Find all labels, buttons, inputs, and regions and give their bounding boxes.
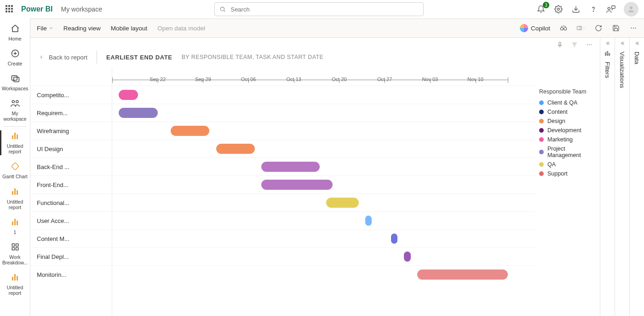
- search-input[interactable]: [230, 6, 419, 13]
- nav-home[interactable]: Home: [0, 20, 30, 45]
- menu-open-data-model: Open data model: [157, 25, 205, 32]
- expand-visualizations-icon[interactable]: [620, 41, 625, 46]
- legend-item[interactable]: QA: [539, 161, 600, 168]
- explore-button[interactable]: [559, 24, 568, 32]
- save-button[interactable]: [612, 24, 620, 32]
- legend-swatch: [539, 150, 544, 154]
- gantt-bar[interactable]: [261, 162, 320, 172]
- expand-filters-icon[interactable]: [605, 41, 610, 46]
- legend-item[interactable]: Client & QA: [539, 99, 600, 106]
- gantt-bar[interactable]: [391, 234, 397, 244]
- pin-visual-button[interactable]: [556, 41, 564, 49]
- left-nav: Home Create Workspaces My workspace Unt: [0, 18, 30, 316]
- copilot-button[interactable]: Copilot: [520, 24, 550, 32]
- axis-tick-label: Nov 10: [467, 76, 483, 82]
- nav-workspaces[interactable]: Workspaces: [0, 70, 30, 95]
- feedback-button[interactable]: [606, 5, 615, 14]
- svg-point-21: [564, 28, 567, 30]
- download-button[interactable]: [571, 5, 581, 14]
- legend-item[interactable]: Content: [539, 109, 600, 115]
- nav-report-1[interactable]: 1: [0, 214, 30, 239]
- binoculars-icon: [559, 24, 568, 32]
- legend-item[interactable]: Development: [539, 127, 600, 134]
- nav-create[interactable]: Create: [0, 45, 30, 70]
- gantt-chart[interactable]: Competito...Requirem...WireframingUI Des…: [30, 67, 600, 316]
- gantt-bar[interactable]: [365, 216, 372, 226]
- chevron-left-icon: [39, 54, 44, 60]
- filters-pane-collapsed[interactable]: Filters: [600, 38, 615, 316]
- global-search[interactable]: [214, 2, 424, 16]
- data-pane-collapsed[interactable]: Data: [629, 38, 644, 316]
- settings-button[interactable]: [554, 5, 563, 14]
- menu-file[interactable]: File: [37, 25, 53, 32]
- divider: [97, 51, 97, 64]
- filter-visual-button[interactable]: [570, 41, 579, 49]
- svg-rect-18: [12, 247, 14, 250]
- search-icon: [219, 6, 226, 12]
- legend-label: Marketing: [547, 136, 573, 143]
- visual-more-button[interactable]: [585, 41, 593, 49]
- task-label: Final Depl...: [30, 247, 112, 265]
- svg-point-4: [593, 11, 593, 12]
- nav-untitled-report-1[interactable]: Untitled report: [0, 128, 30, 158]
- legend-item[interactable]: Project Management: [539, 146, 600, 158]
- task-label: Wireframing: [30, 122, 112, 140]
- svg-point-7: [630, 6, 632, 9]
- svg-rect-12: [13, 77, 19, 82]
- app-launcher-icon[interactable]: [6, 5, 14, 13]
- task-label: Requirem...: [30, 104, 112, 122]
- legend-item[interactable]: Marketing: [539, 136, 600, 143]
- expand-data-icon[interactable]: [634, 41, 640, 46]
- person-feedback-icon: [606, 5, 615, 13]
- menu-reading-view[interactable]: Reading view: [63, 25, 101, 32]
- gantt-bar[interactable]: [216, 144, 255, 154]
- gantt-row: [112, 86, 535, 104]
- svg-point-24: [631, 28, 632, 29]
- gantt-bar[interactable]: [417, 269, 508, 280]
- gantt-bar[interactable]: [171, 126, 210, 136]
- visualizations-pane-collapsed[interactable]: Visualizations: [615, 38, 629, 316]
- gantt-bar[interactable]: [119, 90, 138, 100]
- legend: Responsible Team Client & QAContentDesig…: [535, 67, 600, 316]
- main-area: File Reading view Mobile layout Open dat…: [30, 18, 644, 316]
- svg-point-26: [635, 28, 636, 29]
- people-icon: [10, 98, 21, 109]
- svg-point-32: [589, 44, 590, 45]
- more-button[interactable]: [629, 24, 638, 32]
- report-icon: [10, 217, 21, 228]
- notifications-button[interactable]: 3: [536, 5, 546, 14]
- nav-untitled-report-2[interactable]: Untitled report: [0, 183, 30, 214]
- workspace-breadcrumb[interactable]: My workspace: [61, 6, 102, 13]
- legend-item[interactable]: Design: [539, 118, 600, 124]
- task-label: Front-End...: [30, 176, 112, 193]
- dataset-icon: [10, 161, 21, 172]
- gantt-bar[interactable]: [404, 252, 410, 262]
- command-bar: File Reading view Mobile layout Open dat…: [30, 18, 644, 38]
- visualizations-label: Visualizations: [619, 52, 626, 88]
- nav-work-breakdown[interactable]: Work Breakdow...: [0, 239, 30, 269]
- refresh-button[interactable]: [594, 24, 603, 32]
- nav-label: Untitled report: [1, 285, 29, 296]
- nav-gantt-chart[interactable]: Gantt Chart: [0, 158, 30, 183]
- help-button[interactable]: [589, 5, 598, 14]
- user-avatar[interactable]: [624, 2, 638, 17]
- legend-label: QA: [547, 161, 556, 168]
- menu-mobile-layout[interactable]: Mobile layout: [111, 25, 148, 32]
- gantt-bar[interactable]: [119, 108, 158, 118]
- svg-rect-16: [12, 244, 14, 246]
- nav-my-workspace[interactable]: My workspace: [0, 95, 30, 125]
- legend-item[interactable]: Support: [539, 170, 600, 177]
- pin-icon: [557, 41, 563, 48]
- gantt-row: [112, 122, 535, 140]
- legend-label: Support: [547, 170, 568, 177]
- nav-label: Untitled report: [1, 143, 29, 154]
- back-to-report-button[interactable]: Back to report: [39, 54, 87, 61]
- gantt-bar[interactable]: [261, 180, 333, 190]
- gantt-bar[interactable]: [326, 198, 358, 208]
- task-label: Back-End ...: [30, 158, 112, 176]
- svg-point-20: [560, 28, 563, 30]
- nav-label: Workspaces: [2, 86, 29, 91]
- layout-switcher[interactable]: [577, 24, 585, 32]
- nav-untitled-report-3[interactable]: Untitled report: [0, 269, 30, 299]
- workspaces-icon: [10, 73, 21, 84]
